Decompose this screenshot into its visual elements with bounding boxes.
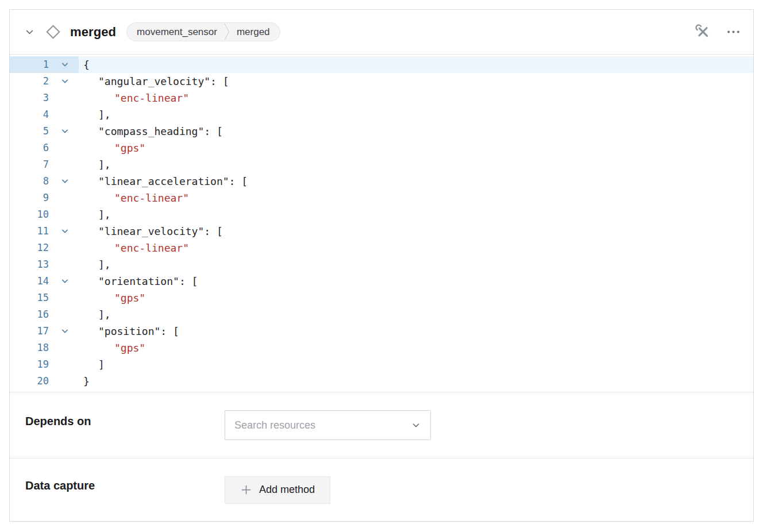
line-gutter: 17 [10, 323, 79, 340]
line-gutter: 10 [10, 206, 79, 223]
line-gutter: 14 [10, 273, 79, 290]
fold-spacer [61, 373, 79, 390]
code-text: ], [79, 156, 111, 173]
add-method-label: Add method [259, 484, 315, 496]
line-gutter: 16 [10, 306, 79, 323]
breadcrumb-type: movement_sensor [137, 26, 217, 38]
chevron-down-icon [24, 26, 35, 37]
ellipsis-icon [726, 25, 741, 39]
code-lines: 1{2"angular_velocity": [3"enc-linear"4],… [10, 56, 753, 390]
code-text: "compass_heading": [ [79, 123, 223, 140]
line-number: 19 [10, 356, 61, 373]
line-number: 1 [10, 56, 61, 73]
data-capture-section: Data capture Add method [10, 458, 753, 521]
fold-chevron-icon[interactable] [61, 223, 79, 240]
code-text: "position": [ [79, 323, 179, 340]
code-line-14[interactable]: 14"orientation": [ [10, 273, 753, 290]
line-number: 11 [10, 223, 61, 240]
code-line-7[interactable]: 7], [10, 156, 753, 173]
fold-chevron-icon[interactable] [61, 323, 79, 340]
code-line-12[interactable]: 12"enc-linear" [10, 240, 753, 256]
resource-title: merged [70, 25, 116, 40]
page: merged movement_sensor merged [0, 0, 763, 532]
fold-spacer [61, 256, 79, 273]
code-line-1[interactable]: 1{ [10, 56, 753, 73]
code-text: } [79, 373, 90, 390]
line-number: 9 [10, 190, 61, 206]
line-gutter: 11 [10, 223, 79, 240]
code-line-8[interactable]: 8"linear_acceleration": [ [10, 173, 753, 190]
line-gutter: 20 [10, 373, 79, 390]
fold-chevron-icon[interactable] [61, 173, 79, 190]
code-text: "linear_velocity": [ [79, 223, 223, 240]
code-text: { [79, 56, 90, 73]
code-line-3[interactable]: 3"enc-linear" [10, 90, 753, 106]
depends-on-section: Depends on Search resources [10, 392, 753, 458]
fold-spacer [61, 90, 79, 106]
depends-on-select[interactable]: Search resources [225, 410, 431, 440]
code-text: "gps" [79, 340, 145, 356]
code-line-2[interactable]: 2"angular_velocity": [ [10, 73, 753, 90]
plus-icon [240, 484, 252, 496]
line-gutter: 3 [10, 90, 79, 106]
line-number: 16 [10, 306, 61, 323]
code-line-9[interactable]: 9"enc-linear" [10, 190, 753, 206]
code-line-19[interactable]: 19] [10, 356, 753, 373]
code-line-11[interactable]: 11"linear_velocity": [ [10, 223, 753, 240]
fold-spacer [61, 156, 79, 173]
line-gutter: 7 [10, 156, 79, 173]
more-menu-button[interactable] [726, 25, 741, 39]
line-number: 6 [10, 140, 61, 156]
chevron-down-icon [411, 420, 421, 430]
code-text: ], [79, 106, 111, 123]
code-text: "enc-linear" [79, 90, 189, 106]
code-text: "gps" [79, 140, 145, 156]
fold-spacer [61, 306, 79, 323]
code-line-10[interactable]: 10], [10, 206, 753, 223]
fold-chevron-icon[interactable] [61, 56, 79, 73]
code-line-16[interactable]: 16], [10, 306, 753, 323]
code-line-17[interactable]: 17"position": [ [10, 323, 753, 340]
tools-button[interactable] [695, 24, 711, 40]
line-gutter: 19 [10, 356, 79, 373]
fold-chevron-icon[interactable] [61, 73, 79, 90]
line-gutter: 5 [10, 123, 79, 140]
collapse-button[interactable] [24, 26, 35, 37]
depends-on-placeholder: Search resources [234, 419, 315, 431]
line-gutter: 2 [10, 73, 79, 90]
code-text: ], [79, 256, 111, 273]
line-gutter: 18 [10, 340, 79, 356]
line-gutter: 1 [10, 56, 79, 73]
code-text: ] [79, 356, 105, 373]
breadcrumb-model: merged [237, 26, 270, 38]
line-number: 2 [10, 73, 61, 90]
line-number: 8 [10, 173, 61, 190]
code-line-13[interactable]: 13], [10, 256, 753, 273]
code-text: "enc-linear" [79, 190, 189, 206]
data-capture-label: Data capture [25, 479, 225, 492]
fold-spacer [61, 106, 79, 123]
code-line-4[interactable]: 4], [10, 106, 753, 123]
line-gutter: 6 [10, 140, 79, 156]
code-text: "orientation": [ [79, 273, 198, 290]
line-gutter: 8 [10, 173, 79, 190]
breadcrumb-separator-icon [224, 23, 230, 41]
breadcrumb: movement_sensor merged [126, 22, 280, 41]
code-line-20[interactable]: 20} [10, 373, 753, 390]
line-number: 18 [10, 340, 61, 356]
code-line-18[interactable]: 18"gps" [10, 340, 753, 356]
fold-chevron-icon[interactable] [61, 123, 79, 140]
add-method-button[interactable]: Add method [225, 476, 330, 504]
code-line-15[interactable]: 15"gps" [10, 290, 753, 306]
fold-spacer [61, 206, 79, 223]
code-text: ], [79, 206, 111, 223]
code-line-6[interactable]: 6"gps" [10, 140, 753, 156]
code-line-5[interactable]: 5"compass_heading": [ [10, 123, 753, 140]
fold-chevron-icon[interactable] [61, 273, 79, 290]
line-number: 14 [10, 273, 61, 290]
movement-sensor-diamond-icon [45, 24, 61, 40]
fold-spacer [61, 140, 79, 156]
code-text: "gps" [79, 290, 145, 306]
resource-card: merged movement_sensor merged [9, 9, 754, 522]
json-editor[interactable]: 1{2"angular_velocity": [3"enc-linear"4],… [10, 55, 753, 392]
